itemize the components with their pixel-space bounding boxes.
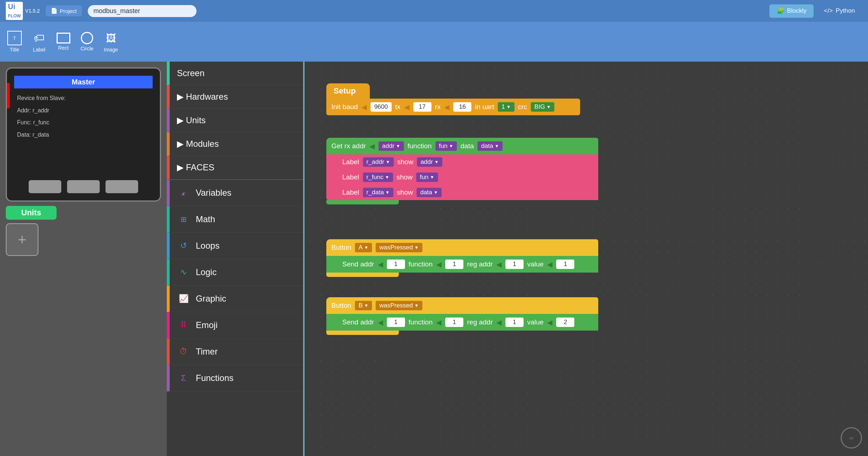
wasPressedA-dropdown[interactable]: wasPressed ▼ bbox=[376, 243, 422, 252]
tool-circle[interactable]: Circle bbox=[80, 32, 94, 51]
uart-dropdown[interactable]: 1 ▼ bbox=[498, 102, 514, 112]
baud-value[interactable]: 9600 bbox=[371, 102, 392, 112]
tool-image[interactable]: 🖼 Image bbox=[104, 31, 118, 53]
getrx-bottom bbox=[326, 200, 399, 204]
category-loops[interactable]: ↺ Loops bbox=[167, 233, 303, 259]
r-func-dropdown[interactable]: r_func ▼ bbox=[363, 173, 393, 182]
wasPressedB-chevron-icon: ▼ bbox=[414, 303, 419, 308]
red-indicator bbox=[7, 83, 10, 108]
category-faces[interactable]: ▶ FACES bbox=[167, 156, 303, 179]
category-hardwares[interactable]: ▶ Hardwares bbox=[167, 85, 303, 109]
show-data-dropdown[interactable]: data ▼ bbox=[417, 188, 442, 197]
units-section: Units + bbox=[6, 206, 161, 256]
addr-dropdown[interactable]: addr ▼ bbox=[379, 141, 404, 151]
data-dropdown[interactable]: data ▼ bbox=[478, 141, 503, 151]
screen-title-text: Master bbox=[72, 78, 95, 86]
category-modules[interactable]: ▶ Modules bbox=[167, 132, 303, 156]
variables-icon: 𝓍 bbox=[177, 186, 190, 199]
category-graphic[interactable]: 📈 Graphic bbox=[167, 286, 303, 312]
uart-chevron-icon: ▼ bbox=[507, 104, 511, 109]
sendA-addr-val[interactable]: 1 bbox=[387, 260, 405, 269]
crc-dropdown[interactable]: BIG ▼ bbox=[531, 102, 554, 112]
getrx-sub3: Label r_data ▼ show data ▼ bbox=[326, 185, 598, 200]
screen-button-2[interactable] bbox=[67, 180, 100, 193]
category-logic[interactable]: ∿ Logic bbox=[167, 259, 303, 286]
plus-icon: + bbox=[18, 232, 26, 248]
sendA-reg-val[interactable]: 1 bbox=[505, 260, 524, 269]
category-screen[interactable]: Screen bbox=[167, 62, 303, 85]
tool-rect[interactable]: Rect bbox=[57, 33, 70, 51]
sendB-label: Send addr bbox=[342, 318, 374, 326]
category-math[interactable]: ⊞ Math bbox=[167, 206, 303, 233]
logo-icon: UiFLOW bbox=[6, 2, 23, 20]
faces-cat-label: ▶ FACES bbox=[177, 162, 214, 173]
variables-cat-label: Variables bbox=[196, 188, 231, 198]
buttonA-send-block: Send addr ◀ 1 function ◀ 1 reg addr ◀ 1 … bbox=[326, 256, 598, 273]
project-name-input[interactable] bbox=[88, 5, 197, 17]
show-addr-chevron-icon: ▼ bbox=[434, 159, 439, 165]
sendB-reg-val[interactable]: 1 bbox=[505, 318, 524, 327]
screen-button-3[interactable] bbox=[106, 180, 138, 193]
crc-label: crc bbox=[518, 103, 527, 111]
tool-title[interactable]: T Title bbox=[7, 31, 22, 53]
math-cat-label: Math bbox=[196, 214, 215, 224]
logic-icon: ∿ bbox=[177, 266, 190, 279]
label3-label: Label bbox=[342, 188, 359, 196]
blockly-workspace[interactable]: Setup Init baud ◀ 9600 tx ◀ 17 rx ◀ 16 i… bbox=[305, 62, 868, 456]
r-data-dropdown[interactable]: r_data ▼ bbox=[363, 188, 393, 197]
rx-value[interactable]: 16 bbox=[453, 102, 471, 112]
svg-text:∞: ∞ bbox=[849, 435, 853, 441]
category-timer[interactable]: ⏱ Timer bbox=[167, 339, 303, 365]
fun-chevron-icon: ▼ bbox=[449, 144, 453, 149]
r-addr-dropdown[interactable]: r_addr ▼ bbox=[363, 157, 394, 167]
buttonA-dropdown[interactable]: A ▼ bbox=[355, 243, 372, 252]
sendA-value-val[interactable]: 1 bbox=[556, 260, 574, 269]
show2-label: show bbox=[397, 173, 413, 181]
blockly-label: Blockly bbox=[787, 7, 807, 14]
sendB-func-val[interactable]: 1 bbox=[445, 318, 463, 327]
show-addr-dropdown[interactable]: addr ▼ bbox=[417, 157, 442, 167]
screen-line-3: Func: r_func bbox=[14, 116, 153, 129]
math-icon: ⊞ bbox=[177, 213, 190, 226]
addr-chevron-icon: ▼ bbox=[396, 144, 400, 149]
functions-icon: Σ bbox=[177, 372, 190, 385]
buttonB-bottom bbox=[326, 331, 399, 335]
wasPressedA-chevron-icon: ▼ bbox=[414, 245, 419, 250]
add-unit-button[interactable]: + bbox=[6, 223, 38, 256]
sendB-value-val[interactable]: 2 bbox=[556, 318, 574, 327]
category-units[interactable]: ▶ Units bbox=[167, 109, 303, 132]
category-functions[interactable]: Σ Functions bbox=[167, 365, 303, 391]
screen-line-1: Revice from Slave: bbox=[14, 92, 153, 104]
sendA-label: Send addr bbox=[342, 260, 374, 268]
sendA-function-label: function bbox=[409, 260, 433, 268]
sendB-regaddr-label: reg addr bbox=[467, 318, 493, 326]
data-label: data bbox=[460, 142, 474, 150]
category-panel: Screen ▶ Hardwares ▶ Units ▶ Modules ▶ F… bbox=[167, 62, 305, 456]
category-emoji[interactable]: ⠿ Emoji bbox=[167, 312, 303, 339]
r-addr-chevron-icon: ▼ bbox=[386, 159, 390, 165]
show-fun-dropdown[interactable]: fun ▼ bbox=[416, 173, 438, 182]
logic-cat-label: Logic bbox=[196, 267, 216, 277]
tool-label[interactable]: 🏷 Label bbox=[32, 31, 46, 53]
sendB-addr-val[interactable]: 1 bbox=[387, 318, 405, 327]
screen-button-1[interactable] bbox=[29, 180, 61, 193]
tx-label: tx bbox=[395, 103, 401, 111]
buttonA-block-group: Button A ▼ wasPressed ▼ Send addr ◀ 1 fu… bbox=[326, 239, 598, 277]
buttonA-bottom bbox=[326, 273, 399, 277]
blockly-button[interactable]: 🧩 Blockly bbox=[769, 4, 814, 18]
python-button[interactable]: </> Python bbox=[817, 4, 862, 18]
tx-value[interactable]: 17 bbox=[413, 102, 431, 112]
wasPressedB-dropdown[interactable]: wasPressed ▼ bbox=[376, 301, 422, 310]
sendA-func-val[interactable]: 1 bbox=[445, 260, 463, 269]
project-button[interactable]: 📄 Project bbox=[46, 5, 82, 16]
data-chevron-icon: ▼ bbox=[495, 144, 499, 149]
buttonB-hat: Button B ▼ wasPressed ▼ bbox=[326, 297, 598, 314]
fun-dropdown[interactable]: fun ▼ bbox=[435, 141, 457, 151]
label2-label: Label bbox=[342, 173, 359, 181]
getrx-sub2: Label r_func ▼ show fun ▼ bbox=[326, 170, 598, 185]
buttonB-dropdown[interactable]: B ▼ bbox=[355, 301, 372, 310]
sendB-function-label: function bbox=[409, 318, 433, 326]
toolbar: T Title 🏷 Label Rect Circle 🖼 Image bbox=[0, 22, 868, 62]
circle-icon bbox=[81, 32, 93, 44]
category-variables[interactable]: 𝓍 Variables bbox=[167, 180, 303, 206]
